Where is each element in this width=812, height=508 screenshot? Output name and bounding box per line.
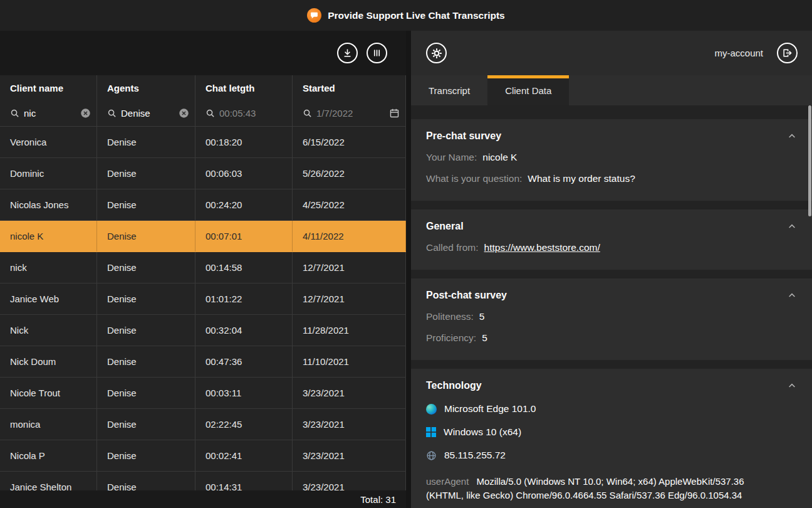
provide-support-logo-icon <box>307 8 321 23</box>
cell-started: 12/7/2021 <box>293 283 406 314</box>
chat-length-filter <box>195 100 293 126</box>
field-label: Proficiency: <box>426 332 476 344</box>
section-title: Post-chat survey <box>426 290 507 301</box>
gear-icon <box>431 48 442 59</box>
post-chat-survey-header[interactable]: Post-chat survey <box>426 290 797 301</box>
clear-agent-filter-button[interactable] <box>179 108 189 119</box>
agent-filter-input[interactable] <box>121 108 174 119</box>
cell-client: Nicolas Jones <box>0 189 97 220</box>
section-post-chat-survey: Post-chat survey Politeness: 5 Proficien… <box>411 278 812 360</box>
table-row[interactable]: VeronicaDenise00:18:206/15/2022 <box>0 127 406 158</box>
cell-agent: Denise <box>97 346 195 377</box>
chevron-up-icon[interactable] <box>787 221 797 231</box>
cell-length: 02:22:45 <box>195 409 293 440</box>
chevron-up-icon[interactable] <box>787 381 797 391</box>
field-label: Your Name: <box>426 152 477 163</box>
clear-client-filter-button[interactable] <box>80 108 91 119</box>
cell-client: monica <box>0 409 97 440</box>
table-row[interactable]: Nicolas JonesDenise00:24:204/25/2022 <box>0 189 406 221</box>
user-agent: userAgentMozilla/5.0 (Windows NT 10.0; W… <box>426 475 777 502</box>
download-button[interactable] <box>337 43 358 63</box>
chevron-up-icon[interactable] <box>787 290 797 300</box>
field-value: 5 <box>482 332 487 344</box>
client-name-filter <box>0 100 97 126</box>
client-name-filter-input[interactable] <box>24 108 76 119</box>
browser-row: Microsoft Edge 101.0 <box>426 403 797 415</box>
section-title: Pre-chat survey <box>426 130 501 142</box>
field-question: What is your question: What is my order … <box>426 173 797 184</box>
cell-agent: Denise <box>97 252 195 283</box>
table-row[interactable]: Nicole TroutDenise00:03:113/23/2021 <box>0 378 406 409</box>
column-filter-icon <box>372 48 382 58</box>
clear-circle-icon <box>179 108 189 119</box>
user-agent-label: userAgent <box>426 476 469 487</box>
cell-started: 5/26/2022 <box>293 158 406 189</box>
column-filter-button[interactable] <box>367 43 387 63</box>
field-politeness: Politeness: 5 <box>426 311 797 322</box>
cell-length: 00:47:36 <box>195 346 293 377</box>
field-value: 5 <box>479 311 485 322</box>
cell-started: 4/25/2022 <box>293 189 406 220</box>
cell-client: Nick <box>0 315 97 346</box>
called-from-link[interactable]: https://www.beststore.com/ <box>484 242 600 253</box>
chevron-up-icon[interactable] <box>787 131 797 141</box>
field-label: Politeness: <box>426 311 474 322</box>
chat-length-filter-input[interactable] <box>219 108 286 119</box>
field-called-from: Called from: https://www.beststore.com/ <box>426 242 797 253</box>
table-row[interactable]: nickDenise00:14:5812/7/2021 <box>0 252 406 283</box>
cell-started: 4/11/2022 <box>293 221 406 251</box>
ip-address: 85.115.255.72 <box>444 450 506 461</box>
ip-row: 85.115.255.72 <box>426 450 797 461</box>
cell-length: 01:01:22 <box>195 283 293 314</box>
tab-client-data[interactable]: Client Data <box>487 75 569 105</box>
detail-tabs: Transcript Client Data <box>411 75 812 105</box>
pre-chat-survey-header[interactable]: Pre-chat survey <box>426 130 797 142</box>
column-header-chat-length[interactable]: Chat letgth <box>195 75 293 100</box>
search-icon <box>303 108 312 118</box>
client-data-content: Pre-chat survey Your Name: nicole K What… <box>411 105 812 508</box>
table-row[interactable]: NickDenise00:32:0411/28/2021 <box>0 315 406 346</box>
cell-agent: Denise <box>97 409 195 440</box>
agent-filter <box>97 100 195 126</box>
table-row[interactable]: Nicola PDenise00:02:413/23/2021 <box>0 440 406 472</box>
cell-length: 00:24:20 <box>195 189 293 220</box>
cell-started: 6/15/2022 <box>293 127 406 157</box>
settings-button[interactable] <box>426 43 447 63</box>
field-value: What is my order status? <box>528 173 635 184</box>
column-header-agents[interactable]: Agents <box>97 75 195 100</box>
table-row[interactable]: Nick DoumDenise00:47:3611/10/2021 <box>0 346 406 378</box>
tab-transcript[interactable]: Transcript <box>411 75 487 105</box>
globe-ip-icon <box>426 450 437 461</box>
app-header: Provide Support Live Chat Transcripts <box>0 0 812 31</box>
technology-header[interactable]: Technology <box>426 380 797 391</box>
section-title: Technology <box>426 380 482 391</box>
field-your-name: Your Name: nicole K <box>426 152 797 163</box>
table-row[interactable]: Janice SheltonDenise00:14:313/23/2021 <box>0 472 406 490</box>
column-header-client-name[interactable]: Client name <box>0 75 97 100</box>
cell-client: Veronica <box>0 127 97 157</box>
field-proficiency: Proficiency: 5 <box>426 332 797 344</box>
cell-length: 00:32:04 <box>195 315 293 346</box>
table-toolbar <box>0 31 406 75</box>
cell-started: 12/7/2021 <box>293 252 406 283</box>
cell-length: 00:14:31 <box>195 472 293 490</box>
column-header-started[interactable]: Started <box>293 75 406 100</box>
started-filter-input[interactable] <box>316 108 385 119</box>
cell-started: 11/10/2021 <box>293 346 406 377</box>
calendar-button[interactable] <box>389 108 400 119</box>
table-row[interactable]: nicole KDenise00:07:014/11/2022 <box>0 221 406 252</box>
logout-button[interactable] <box>777 43 798 63</box>
field-label: What is your question: <box>426 173 522 184</box>
user-agent-value: Mozilla/5.0 (Windows NT 10.0; Win64; x64… <box>426 476 744 500</box>
total-label: Total: 31 <box>360 494 396 505</box>
scrollbar-thumb[interactable] <box>808 105 811 216</box>
table-row[interactable]: DominicDenise00:06:035/26/2022 <box>0 158 406 189</box>
os-row: Windows 10 (x64) <box>426 426 797 438</box>
table-row[interactable]: Janice WebDenise01:01:2212/7/2021 <box>0 283 406 315</box>
table-row[interactable]: monicaDenise02:22:453/23/2021 <box>0 409 406 440</box>
table-header-row: Client name Agents Chat letgth Started <box>0 75 406 100</box>
cell-agent: Denise <box>97 472 195 490</box>
cell-agent: Denise <box>97 378 195 408</box>
general-header[interactable]: General <box>426 221 797 232</box>
browser-name: Microsoft Edge 101.0 <box>444 403 536 415</box>
